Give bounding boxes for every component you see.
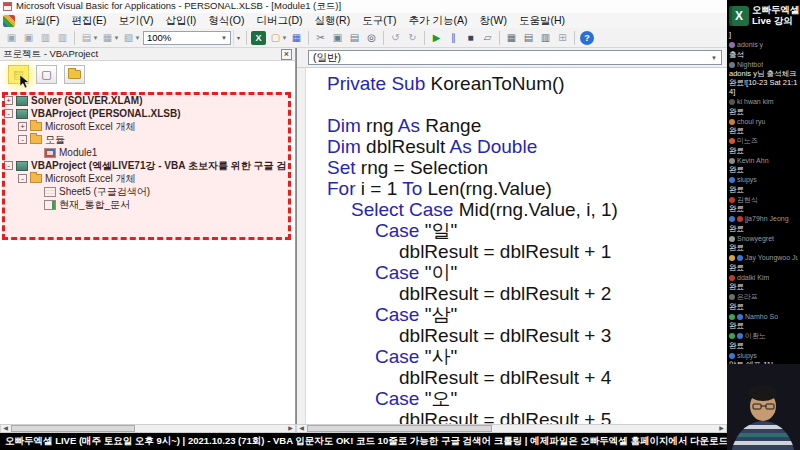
avatar xyxy=(729,236,735,242)
scroll-track[interactable] xyxy=(306,425,717,432)
find-icon[interactable]: ◎ xyxy=(363,30,380,46)
close-icon[interactable]: × xyxy=(281,49,292,60)
object-browser-icon[interactable]: ▥ xyxy=(537,30,554,46)
toolbar: ▣▣▥▥▤▼▦▼▧▼100%▼▾X▢▼▦✂▣▤◎↺↻▶∥■▱▦▤▥⊞? xyxy=(0,28,727,48)
chevron-down-icon[interactable]: ▼ xyxy=(113,35,120,41)
menu-item-insert[interactable]: 삽입(I) xyxy=(159,13,202,28)
paste-icon[interactable]: ▤ xyxy=(346,30,363,46)
menu-item-edit[interactable]: 편집(E) xyxy=(65,13,112,28)
vba-editor-window: Microsoft Visual Basic for Applications … xyxy=(0,0,800,450)
chat-author-name: 미노즈 xyxy=(737,137,758,146)
help-icon[interactable]: ? xyxy=(580,31,594,45)
properties-window-icon[interactable]: ▤ xyxy=(520,30,537,46)
chat-author-name: slupys xyxy=(737,176,757,185)
chat-message-text: 출석 xyxy=(729,50,798,59)
project-explorer-icon[interactable]: ▦ xyxy=(503,30,520,46)
toggle-folders-button[interactable] xyxy=(64,65,85,84)
project-explorer-panel: 프로젝트 - VBAProject × ▤▢ +Solver (SOLVER.X… xyxy=(0,48,296,424)
chat-author-name: 은라프 xyxy=(737,293,758,302)
zoom-combo[interactable]: 100%▼ xyxy=(143,31,231,45)
menu-item-file[interactable]: 파일(F) xyxy=(19,13,65,28)
scroll-left-icon[interactable]: ◀ xyxy=(297,425,306,432)
code-editor[interactable]: Private Sub KoreanToNum() Dim rng As Ran… xyxy=(307,68,727,424)
scroll-thumb[interactable] xyxy=(11,425,135,432)
design-mode-icon[interactable]: ▱ xyxy=(479,30,496,46)
code-token: "일" xyxy=(419,220,457,241)
scroll-left-icon[interactable]: ◀ xyxy=(1,425,10,432)
break-icon[interactable]: ∥ xyxy=(445,30,462,46)
avatar xyxy=(729,255,735,261)
code-line-4: Set rng = Selection xyxy=(327,157,727,178)
code-token: dblResult = dblResult + 4 xyxy=(399,367,611,388)
tree-expand-toggle[interactable]: + xyxy=(4,96,13,105)
tree-expand-toggle[interactable]: - xyxy=(4,109,13,118)
ungroup-icon[interactable]: ▥ xyxy=(54,30,71,46)
scroll-track[interactable] xyxy=(10,425,286,432)
chevron-down-icon[interactable]: ▼ xyxy=(281,35,288,41)
book-icon xyxy=(16,161,28,171)
menu-item-debug[interactable]: 디버그(D) xyxy=(251,13,309,28)
toolbox-icon[interactable]: ⊞ xyxy=(554,30,571,46)
tree-item-6[interactable]: -Microsoft Excel 개체 xyxy=(0,172,293,185)
code-horizontal-scrollbar[interactable]: ◀ ▶ xyxy=(296,424,727,433)
view-excel-icon[interactable]: X xyxy=(251,31,266,45)
run-icon[interactable]: ▶ xyxy=(428,30,445,46)
tree-expand-toggle[interactable]: - xyxy=(18,135,27,144)
view-object-button[interactable]: ▢ xyxy=(36,65,57,84)
tree-expand-toggle[interactable]: - xyxy=(18,174,27,183)
tree-item-4[interactable]: Module1 xyxy=(0,146,293,159)
bring-to-front-icon[interactable]: ▣ xyxy=(3,30,20,46)
tree-item-2[interactable]: +Microsoft Excel 개체 xyxy=(0,120,293,133)
tree-expand-toggle[interactable]: - xyxy=(4,161,13,170)
tree-item-0[interactable]: +Solver (SOLVER.XLAM) xyxy=(0,94,293,107)
redo-icon[interactable]: ↻ xyxy=(404,30,421,46)
avatar xyxy=(737,216,743,222)
keyword-token: Case xyxy=(375,304,419,325)
undo-icon[interactable]: ↺ xyxy=(387,30,404,46)
save-icon[interactable]: ▦ xyxy=(288,30,305,46)
menu-items: 파일(F)편집(E)보기(V)삽입(I)형식(O)디버그(D)실행(R)도구(T… xyxy=(19,13,571,28)
code-line-2: Dim rng As Range xyxy=(327,115,727,136)
chat-message-5: 미노즈완료 xyxy=(729,137,798,155)
menu-item-format[interactable]: 형식(O) xyxy=(202,13,250,28)
scroll-right-icon[interactable]: ▶ xyxy=(717,425,726,432)
chat-author-name: Jay Youngwoo Jung xyxy=(745,254,798,263)
module-icon xyxy=(44,148,56,158)
tree-item-3[interactable]: -모듈 xyxy=(0,133,293,146)
menu-item-tools[interactable]: 도구(T) xyxy=(356,13,402,28)
menu-item-window[interactable]: 창(W) xyxy=(474,13,513,28)
menu-item-add-ins[interactable]: 추가 기능(A) xyxy=(403,13,474,28)
tree-item-5[interactable]: -VBAProject (엑셀LIVE71강 - VBA 초보자를 위한 구글 … xyxy=(0,159,293,172)
code-line-12: dblResult = dblResult + 3 xyxy=(327,325,727,346)
tree-expand-toggle[interactable]: + xyxy=(18,122,27,131)
menu-item-run[interactable]: 실행(R) xyxy=(309,13,357,28)
tree-item-1[interactable]: -VBAProject (PERSONAL.XLSB) xyxy=(0,107,293,120)
tree-item-label: VBAProject (엑셀LIVE71강 - VBA 초보자를 위한 구글 검 xyxy=(31,159,286,172)
code-margin-bar xyxy=(297,68,306,424)
view-code-button[interactable]: ▤ xyxy=(8,65,29,84)
chat-message-text: 완료 xyxy=(729,165,798,174)
menu-item-help[interactable]: 도움말(H) xyxy=(513,13,571,28)
copy-icon[interactable]: ▣ xyxy=(329,30,346,46)
chat-message-0: ] xyxy=(729,30,798,39)
view-object-icon: ▢ xyxy=(41,68,51,81)
chevron-down-icon[interactable]: ▼ xyxy=(134,35,141,41)
menu-item-view[interactable]: 보기(V) xyxy=(112,13,159,28)
chat-author-name: ddalki Kim xyxy=(737,274,769,283)
code-token: "사" xyxy=(419,346,457,367)
scroll-thumb[interactable] xyxy=(307,425,492,432)
send-to-back-icon[interactable]: ▣ xyxy=(20,30,37,46)
chat-message-text: 완료 xyxy=(729,185,798,194)
tree-item-8[interactable]: 현재_통합_문서 xyxy=(0,198,293,211)
reset-icon[interactable]: ■ xyxy=(462,30,479,46)
webcam-video xyxy=(727,364,800,450)
scroll-right-icon[interactable]: ▶ xyxy=(286,425,295,432)
group-icon[interactable]: ▥ xyxy=(37,30,54,46)
object-dropdown[interactable]: (일반) ▼ xyxy=(308,50,722,65)
project-horizontal-scrollbar[interactable]: ◀ ▶ xyxy=(0,424,296,433)
avatar xyxy=(729,119,735,125)
toolbar-options-icon[interactable]: ▾ xyxy=(233,30,243,46)
chevron-down-icon[interactable]: ▼ xyxy=(92,35,99,41)
cut-icon[interactable]: ✂ xyxy=(312,30,329,46)
tree-item-7[interactable]: Sheet5 (구글검색어) xyxy=(0,185,293,198)
